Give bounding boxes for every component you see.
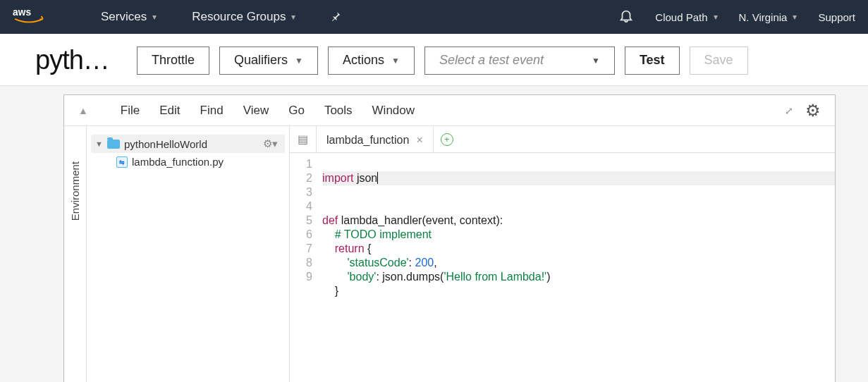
tree-folder-root[interactable]: ▼ pythonHelloWorld ⚙▾ [91, 135, 285, 153]
nav-region[interactable]: N. Virginia▾ [739, 11, 797, 23]
folder-icon [107, 140, 120, 149]
qualifiers-label: Qualifiers [234, 53, 288, 68]
menu-file[interactable]: File [121, 104, 140, 118]
nav-resource-groups-label: Resource Groups [192, 10, 286, 24]
test-button[interactable]: Test [625, 47, 680, 75]
code-source[interactable]: import json def lambda_handler(event, co… [318, 153, 835, 382]
nav-support[interactable]: Support [818, 11, 855, 23]
tab-lambda-function[interactable]: lambda_function × [317, 126, 434, 152]
chevron-down-icon: ▾ [291, 12, 295, 22]
function-name-title: pyth… [35, 45, 127, 75]
editor-area: ▤ lambda_function × + 123456789 import j… [290, 126, 835, 382]
aws-logo[interactable]: aws [13, 7, 51, 27]
gear-icon[interactable]: ⚙▾ [263, 137, 278, 150]
menu-view[interactable]: View [243, 104, 269, 118]
tree-folder-label: pythonHelloWorld [124, 138, 207, 150]
environment-label: Environment [69, 161, 81, 221]
notifications-button[interactable] [618, 8, 634, 26]
nav-services-label: Services [101, 10, 147, 24]
fullscreen-icon[interactable]: ⤢ [785, 105, 793, 116]
test-event-placeholder: Select a test event [439, 53, 544, 68]
file-tree: ▼ pythonHelloWorld ⚙▾ ⇋ lambda_function.… [87, 126, 290, 382]
nav-resource-groups[interactable]: Resource Groups▾ [192, 10, 295, 24]
save-button[interactable]: Save [690, 47, 748, 75]
bell-icon [618, 8, 634, 23]
chevron-down-icon: ▾ [793, 12, 797, 22]
close-icon[interactable]: × [416, 134, 422, 147]
svg-text:aws: aws [13, 7, 31, 18]
environment-rail[interactable]: Environment [64, 126, 87, 382]
nav-pin[interactable] [331, 11, 342, 23]
qualifiers-dropdown[interactable]: Qualifiers▼ [219, 47, 318, 75]
triangle-down-icon: ▼ [592, 56, 600, 66]
new-tab-button[interactable]: + [434, 126, 460, 152]
menu-edit[interactable]: Edit [159, 104, 180, 118]
actions-label: Actions [343, 53, 384, 68]
nav-support-label: Support [818, 11, 855, 23]
line-gutter: 123456789 [290, 153, 318, 382]
save-label: Save [704, 53, 733, 68]
twisty-down-icon: ▼ [95, 140, 103, 148]
function-action-bar: pyth… Throttle Qualifiers▼ Actions▼ Sele… [0, 34, 868, 86]
test-event-select[interactable]: Select a test event▼ [424, 47, 615, 75]
chevron-down-icon: ▾ [714, 12, 718, 22]
throttle-label: Throttle [152, 53, 195, 68]
tab-label: lambda_function [326, 134, 409, 147]
nav-services[interactable]: Services▾ [101, 10, 157, 24]
menu-go[interactable]: Go [288, 104, 305, 118]
editor-tabbar: ▤ lambda_function × + [290, 126, 835, 153]
tab-list-button[interactable]: ▤ [290, 126, 317, 152]
menu-find[interactable]: Find [200, 104, 224, 118]
test-label: Test [640, 53, 665, 68]
code-editor-panel: ▲ File Edit Find View Go Tools Window ⤢ … [63, 94, 836, 382]
nav-account[interactable]: Cloud Path▾ [655, 11, 717, 23]
triangle-down-icon: ▼ [391, 56, 400, 66]
tree-file-lambda[interactable]: ⇋ lambda_function.py [91, 153, 285, 171]
actions-dropdown[interactable]: Actions▼ [328, 47, 415, 75]
gear-icon[interactable]: ⚙ [805, 101, 821, 121]
tree-file-label: lambda_function.py [132, 156, 224, 168]
pin-icon [331, 11, 342, 23]
plus-icon: + [441, 133, 453, 146]
nav-account-label: Cloud Path [655, 11, 707, 23]
top-nav: aws Services▾ Resource Groups▾ Cloud Pat… [0, 0, 868, 34]
triangle-down-icon: ▼ [295, 56, 303, 66]
nav-region-label: N. Virginia [739, 11, 788, 23]
code-view[interactable]: 123456789 import json def lambda_handler… [290, 153, 835, 382]
collapse-up-icon[interactable]: ▲ [78, 105, 88, 116]
menu-window[interactable]: Window [372, 104, 415, 118]
chevron-down-icon: ▾ [152, 12, 157, 22]
python-file-icon: ⇋ [116, 156, 128, 168]
menu-tools[interactable]: Tools [324, 104, 353, 118]
ide-menubar: ▲ File Edit Find View Go Tools Window ⤢ … [64, 95, 835, 126]
throttle-button[interactable]: Throttle [137, 47, 209, 75]
